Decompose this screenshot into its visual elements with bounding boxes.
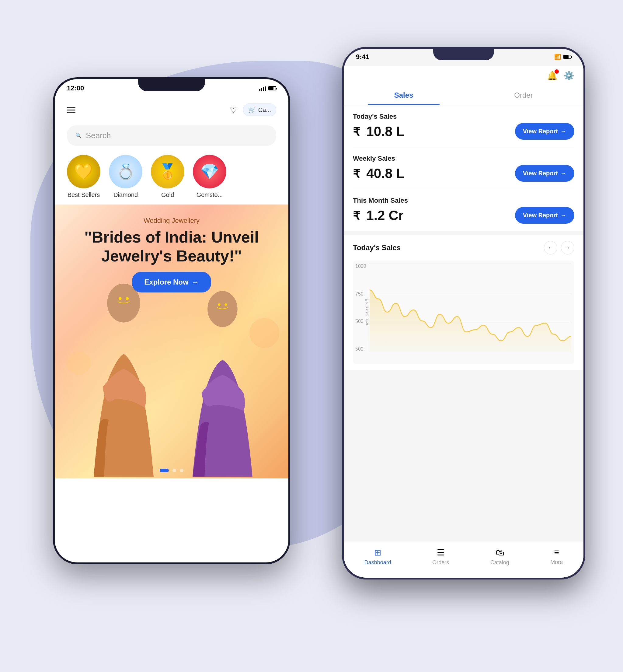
weekly-sales-amount: ₹ 40.8 L bbox=[353, 166, 404, 181]
left-status-icons bbox=[259, 86, 276, 91]
signal-icon bbox=[259, 86, 266, 91]
category-circle-gold: 🥇 bbox=[151, 155, 184, 188]
gold-emoji: 🥇 bbox=[158, 163, 177, 180]
y-label-1000: 1000 bbox=[355, 263, 366, 269]
right-battery-icon bbox=[563, 55, 571, 59]
right-notch bbox=[433, 49, 494, 60]
banner: Wedding Jewellery "Brides of India: Unve… bbox=[55, 204, 288, 478]
weekly-sales-card: Weekly Sales ₹ 40.8 L View Report → bbox=[353, 147, 574, 189]
bottom-spacer bbox=[344, 370, 584, 413]
nav-catalog[interactable]: 🛍 Catalog bbox=[491, 548, 509, 566]
banner-text: Wedding Jewellery "Brides of India: Unve… bbox=[55, 217, 288, 292]
catalog-label: Catalog bbox=[491, 559, 509, 566]
category-best-sellers[interactable]: 💛 Best Sellers bbox=[67, 155, 100, 198]
nav-dashboard[interactable]: ⊞ Dashboard bbox=[364, 548, 391, 566]
chart-next-button[interactable]: → bbox=[561, 241, 574, 254]
hamburger-menu[interactable] bbox=[67, 107, 76, 113]
view-report-weekly[interactable]: View Report → bbox=[515, 165, 574, 182]
left-phone-content: ♡ 🛒 Ca... 🔍 Search bbox=[55, 97, 288, 562]
search-placeholder: Search bbox=[86, 131, 111, 140]
rupee-1: ₹ bbox=[353, 126, 360, 138]
left-notch bbox=[138, 79, 205, 91]
phone-left: 12:00 ♡ bbox=[53, 77, 290, 564]
right-time: 9:41 bbox=[356, 53, 369, 61]
today-sales-row: ₹ 10.8 L View Report → bbox=[353, 123, 574, 140]
right-scroll-area[interactable]: 🔔 ⚙️ Sales Order bbox=[344, 66, 584, 578]
rupee-2: ₹ bbox=[353, 168, 360, 180]
phones-container: 12:00 ♡ bbox=[23, 32, 600, 640]
dot-3 bbox=[180, 469, 183, 472]
today-sales-amount: ₹ 10.8 L bbox=[353, 124, 404, 139]
more-icon: ≡ bbox=[554, 548, 559, 557]
svg-point-4 bbox=[218, 303, 220, 306]
catalog-icon: 🛍 bbox=[496, 548, 504, 558]
banner-subtitle: Wedding Jewellery bbox=[55, 217, 288, 225]
view-report-monthly[interactable]: View Report → bbox=[515, 207, 574, 224]
chart-header: Today's Sales ← → bbox=[353, 241, 574, 254]
categories-row: 💛 Best Sellers 💍 Diamond 🥇 bbox=[55, 149, 288, 204]
rupee-3: ₹ bbox=[353, 210, 360, 222]
y-label-750: 750 bbox=[355, 291, 366, 297]
svg-point-5 bbox=[225, 303, 227, 306]
y-label-500b: 500 bbox=[355, 346, 366, 352]
left-time: 12:00 bbox=[67, 84, 84, 92]
dot-1 bbox=[160, 469, 169, 472]
right-top-bar: 🔔 ⚙️ bbox=[344, 66, 584, 86]
dot-2 bbox=[173, 469, 176, 472]
chart-prev-button[interactable]: ← bbox=[544, 241, 557, 254]
cart-button[interactable]: 🛒 Ca... bbox=[243, 104, 276, 116]
y-axis-label: Total Sales in ₹ bbox=[365, 299, 369, 326]
diamond-emoji: 💍 bbox=[116, 163, 135, 180]
cart-icon: 🛒 bbox=[248, 106, 256, 114]
weekly-sales-label: Weekly Sales bbox=[353, 155, 574, 163]
cart-label: Ca... bbox=[258, 107, 271, 114]
chart-area: 1000 750 500 500 Total Sales in ₹ bbox=[353, 260, 574, 364]
header-icons: ♡ 🛒 Ca... bbox=[230, 104, 276, 116]
chart-fill-path bbox=[369, 290, 571, 352]
category-diamond[interactable]: 💍 Diamond bbox=[109, 155, 142, 198]
nav-orders[interactable]: ☰ Orders bbox=[432, 548, 449, 566]
svg-point-8 bbox=[166, 339, 183, 357]
chart-section: Today's Sales ← → 1000 750 500 500 bbox=[344, 235, 584, 370]
category-gold[interactable]: 🥇 Gold bbox=[151, 155, 184, 198]
monthly-sales-label: This Month Sales bbox=[353, 197, 574, 204]
chart-navigation: ← → bbox=[544, 241, 574, 254]
battery-icon bbox=[268, 86, 276, 90]
view-report-today[interactable]: View Report → bbox=[515, 123, 574, 140]
category-gemstone[interactable]: 💎 Gemsto... bbox=[193, 155, 226, 198]
settings-icon[interactable]: ⚙️ bbox=[564, 71, 574, 81]
banner-dots bbox=[160, 469, 183, 472]
chart-title: Today's Sales bbox=[353, 244, 400, 252]
orders-icon: ☰ bbox=[437, 548, 444, 558]
sales-section: Today's Sales ₹ 10.8 L View Report → bbox=[344, 105, 584, 231]
dashboard-label: Dashboard bbox=[364, 559, 391, 566]
explore-arrow: → bbox=[191, 278, 199, 286]
tab-sales[interactable]: Sales bbox=[344, 86, 464, 105]
monthly-sales-row: ₹ 1.2 Cr View Report → bbox=[353, 207, 574, 224]
orders-label: Orders bbox=[432, 559, 449, 566]
right-status-icons: 📶 bbox=[554, 54, 571, 60]
phone-left-inner: 12:00 ♡ bbox=[55, 79, 288, 562]
category-label-gemstone: Gemsto... bbox=[197, 191, 223, 198]
dashboard-icon: ⊞ bbox=[374, 548, 381, 558]
banner-title: "Brides of India: Unveil Jewelry's Beaut… bbox=[55, 228, 288, 266]
monthly-sales-amount: ₹ 1.2 Cr bbox=[353, 208, 404, 223]
explore-now-button[interactable]: Explore Now → bbox=[132, 272, 211, 292]
bottom-navigation: ⊞ Dashboard ☰ Orders 🛍 Catalog ≡ More bbox=[344, 541, 584, 578]
more-label: More bbox=[550, 559, 563, 565]
search-icon: 🔍 bbox=[76, 133, 82, 138]
gemstone-emoji: 💎 bbox=[200, 163, 219, 180]
svg-point-1 bbox=[119, 297, 122, 300]
tab-order[interactable]: Order bbox=[464, 86, 584, 105]
phone-right-inner: 9:41 📶 🔔 ⚙️ bbox=[344, 49, 584, 578]
left-header: ♡ 🛒 Ca... bbox=[55, 97, 288, 122]
nav-more[interactable]: ≡ More bbox=[550, 548, 563, 565]
category-circle-bestseller: 💛 bbox=[67, 155, 100, 188]
bestseller-emoji: 💛 bbox=[74, 163, 93, 180]
search-bar[interactable]: 🔍 Search bbox=[67, 125, 276, 146]
phone-right: 9:41 📶 🔔 ⚙️ bbox=[342, 47, 585, 580]
svg-point-2 bbox=[126, 297, 129, 300]
heart-icon[interactable]: ♡ bbox=[230, 105, 237, 115]
today-sales-label: Today's Sales bbox=[353, 113, 574, 120]
notification-badge bbox=[555, 69, 559, 74]
